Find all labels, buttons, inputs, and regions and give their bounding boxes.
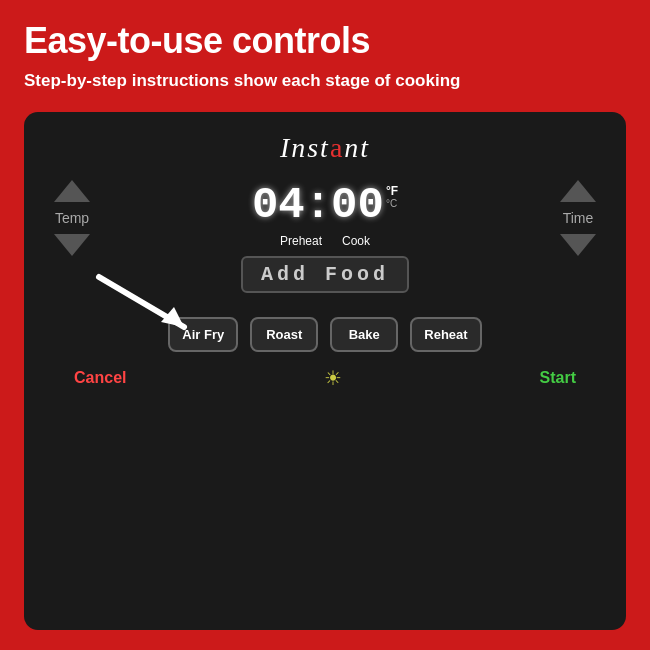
time-section: Time bbox=[560, 180, 596, 256]
time-up-arrow[interactable] bbox=[560, 180, 596, 202]
brand-dot: a bbox=[330, 132, 344, 163]
controls-row: Temp 04:00 °F °C Preheat Cook Add Food bbox=[54, 180, 596, 293]
timer-digits: 04:00 bbox=[252, 180, 384, 230]
brand-name: Instant bbox=[280, 132, 370, 164]
time-label: Time bbox=[563, 210, 594, 226]
bake-button[interactable]: Bake bbox=[330, 317, 398, 352]
temp-label: Temp bbox=[55, 210, 89, 226]
cancel-button[interactable]: Cancel bbox=[74, 369, 126, 387]
roast-button[interactable]: Roast bbox=[250, 317, 318, 352]
bottom-controls: Cancel ☀ Start bbox=[54, 366, 596, 390]
fahrenheit-unit: °F bbox=[386, 184, 398, 198]
phase-labels: Preheat Cook bbox=[280, 234, 370, 248]
cook-label: Cook bbox=[342, 234, 370, 248]
preheat-label: Preheat bbox=[280, 234, 322, 248]
timer-display: 04:00 °F °C bbox=[252, 180, 398, 230]
main-title: Easy-to-use controls bbox=[24, 20, 626, 62]
light-icon[interactable]: ☀ bbox=[324, 366, 342, 390]
device-panel: Instant Temp 04:00 °F °C Pr bbox=[24, 112, 626, 630]
temp-up-arrow[interactable] bbox=[54, 180, 90, 202]
time-down-arrow[interactable] bbox=[560, 234, 596, 256]
timer-unit: °F °C bbox=[386, 184, 398, 209]
start-button[interactable]: Start bbox=[540, 369, 576, 387]
page-container: Easy-to-use controls Step-by-step instru… bbox=[0, 0, 650, 650]
add-food-display: Add Food bbox=[241, 256, 409, 293]
temp-section: Temp bbox=[54, 180, 90, 256]
celsius-unit: °C bbox=[386, 198, 398, 209]
reheat-button[interactable]: Reheat bbox=[410, 317, 481, 352]
temp-down-arrow[interactable] bbox=[54, 234, 90, 256]
function-buttons: Air Fry Roast Bake Reheat bbox=[168, 317, 481, 352]
subtitle: Step-by-step instructions show each stag… bbox=[24, 70, 626, 92]
display-section: 04:00 °F °C Preheat Cook Add Food bbox=[106, 180, 544, 293]
air-fry-button[interactable]: Air Fry bbox=[168, 317, 238, 352]
